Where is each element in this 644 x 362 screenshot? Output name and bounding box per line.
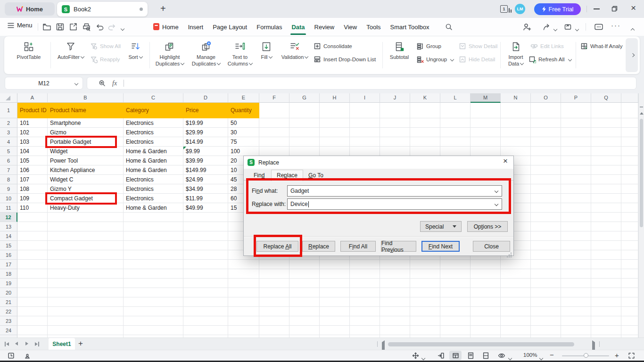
name-box[interactable]: M12 [5, 77, 83, 90]
row-header-18[interactable]: 18 [0, 269, 17, 279]
row-header-5[interactable]: 5 [0, 147, 17, 156]
cell-E10[interactable]: 60 [231, 194, 237, 203]
column-header-I[interactable]: I [350, 93, 380, 103]
insert-dropdown-list-button[interactable]: Insert Drop-Down List [314, 55, 376, 64]
cell-A9[interactable]: 108 [20, 184, 29, 194]
dialog-tab-find[interactable]: Find [248, 171, 270, 180]
cell-E2[interactable]: 50 [231, 118, 237, 128]
consolidate-button[interactable]: Consolidate [314, 42, 352, 50]
promotion-icon[interactable] [153, 23, 159, 30]
row-header-20[interactable]: 20 [0, 288, 17, 297]
print-preview-button[interactable] [82, 23, 91, 31]
tab-review[interactable]: Review [314, 24, 335, 31]
row-header-12[interactable]: 12 [0, 213, 17, 222]
add-sheet-button[interactable]: + [78, 339, 83, 348]
column-header-Q[interactable]: Q [591, 93, 621, 103]
column-header-C[interactable]: C [124, 93, 183, 103]
cell-C10[interactable]: Electronics [126, 194, 154, 203]
refresh-all-button[interactable]: Refresh All [528, 55, 571, 64]
row-header-8[interactable]: 8 [0, 175, 17, 184]
cell-D6[interactable]: $39.99 [186, 156, 203, 165]
cell-B4[interactable]: Portable Gadget [50, 137, 91, 147]
undo-button[interactable] [95, 23, 104, 31]
first-sheet-button[interactable] [5, 342, 9, 346]
row-header-9[interactable]: 9 [0, 184, 17, 194]
cell-B7[interactable]: Kitchen Appliance [50, 165, 95, 175]
cell-D3[interactable]: $29.99 [186, 128, 203, 137]
pivottable-button[interactable]: PivotTable [11, 40, 47, 72]
cell-A10[interactable]: 109 [20, 194, 29, 203]
tab-tools[interactable]: Tools [366, 24, 380, 31]
new-tab-button[interactable]: + [160, 2, 166, 15]
page-break-view-button[interactable] [479, 351, 492, 360]
cell-E7[interactable]: 10 [231, 165, 237, 175]
text-to-columns-button[interactable]: Text toColumns [225, 40, 255, 72]
row-header-19[interactable]: 19 [0, 279, 17, 288]
fill-button[interactable]: Fill [256, 40, 277, 72]
cell-A5[interactable]: 104 [20, 147, 29, 156]
cell-D8[interactable]: $24.99 [186, 175, 203, 184]
column-header-L[interactable]: L [440, 93, 471, 103]
find-all-button[interactable]: Find All [340, 241, 376, 252]
column-header-N[interactable]: N [501, 93, 531, 103]
dialog-close-button[interactable]: × [503, 156, 508, 166]
cell-E5[interactable]: 100 [231, 147, 240, 156]
page-layout-view-button[interactable] [464, 351, 477, 360]
share-button[interactable] [542, 23, 551, 31]
autofilter-button[interactable]: AutoFilter [53, 40, 88, 72]
hscroll-splitter-left[interactable] [377, 341, 378, 347]
sort-button[interactable]: Sort [122, 40, 149, 72]
dialog-title-bar[interactable]: S Replace [244, 156, 513, 169]
formula-input[interactable]: fx [87, 77, 636, 90]
cell-D10[interactable]: $11.99 [186, 194, 203, 203]
cell-E4[interactable]: 75 [231, 137, 237, 147]
cell-C1[interactable]: Category [126, 103, 149, 118]
open-button[interactable] [42, 23, 51, 31]
share-invite-button[interactable] [522, 23, 531, 31]
cell-B5[interactable]: Widget [50, 147, 67, 156]
column-header-G[interactable]: G [289, 93, 320, 103]
column-header-B[interactable]: B [48, 93, 124, 103]
cell-D4[interactable]: $14.99 [186, 137, 203, 147]
cell-D7[interactable]: $149.99 [186, 165, 206, 175]
cell-A7[interactable]: 106 [20, 165, 29, 175]
cell-E11[interactable]: 15 [231, 203, 237, 213]
last-sheet-button[interactable] [35, 342, 39, 346]
row-header-10[interactable]: 10 [0, 194, 17, 203]
row-header-15[interactable]: 15 [0, 241, 17, 250]
split-handle[interactable] [640, 107, 643, 107]
cell-D1[interactable]: Price [186, 103, 198, 118]
cell-B6[interactable]: Power Tool [50, 156, 78, 165]
row-header-1[interactable]: 1 [0, 103, 17, 118]
cell-C5[interactable]: Home & Garden [126, 147, 167, 156]
scroll-up-arrow[interactable] [640, 112, 644, 115]
next-sheet-button[interactable] [25, 342, 28, 346]
cell-A4[interactable]: 103 [20, 137, 29, 147]
home-start-tab[interactable]: Home [5, 2, 55, 16]
free-trial-button[interactable]: Free Trial [534, 3, 581, 15]
cell-C11[interactable]: Home & Garden [126, 203, 167, 213]
ungroup-button[interactable]: Ungroup [416, 55, 454, 64]
find-previous-button[interactable]: Find Previous [381, 241, 416, 252]
row-header-13[interactable]: 13 [0, 222, 17, 231]
column-header-K[interactable]: K [410, 93, 440, 103]
cell-E1[interactable]: Quantity [231, 103, 252, 118]
cell-D9[interactable]: $34.99 [186, 184, 203, 194]
cell-A11[interactable]: 110 [20, 203, 29, 213]
row-header-17[interactable]: 17 [0, 260, 17, 269]
normal-view-button[interactable] [449, 351, 462, 360]
hscroll-splitter-right[interactable] [599, 341, 600, 347]
more-options-button[interactable]: ··· [611, 21, 621, 29]
row-header-6[interactable]: 6 [0, 156, 17, 165]
row-header-7[interactable]: 7 [0, 165, 17, 175]
backup-center-button[interactable] [8, 352, 15, 359]
replace-button[interactable]: Replace [302, 241, 335, 252]
column-header-J[interactable]: J [380, 93, 410, 103]
column-header-M[interactable]: M [471, 93, 501, 103]
toolbar-more-button[interactable] [120, 25, 124, 33]
row-header-23[interactable]: 23 [0, 316, 17, 326]
column-header-H[interactable]: H [320, 93, 350, 103]
row-header-3[interactable]: 3 [0, 128, 17, 137]
cell-B9[interactable]: Gizmo Y [50, 184, 72, 194]
find-what-dropdown-chevron[interactable] [495, 189, 498, 193]
